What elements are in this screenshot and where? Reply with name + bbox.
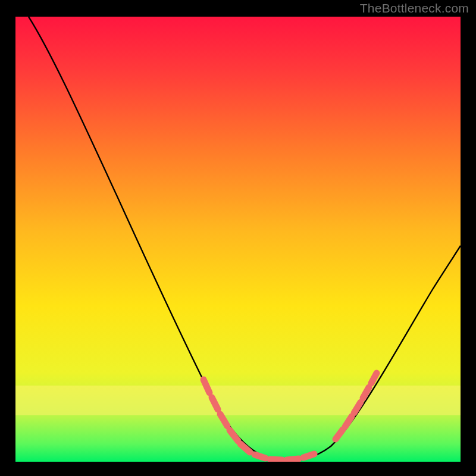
chart-svg: [15, 17, 461, 462]
marker-flat-4: [303, 454, 314, 458]
yellow-band: [15, 386, 461, 415]
plot-area: [15, 17, 461, 462]
marker-flat-1: [255, 455, 265, 458]
marker-flat-2: [270, 459, 282, 460]
marker-flat-3: [287, 459, 299, 460]
svg-rect-0: [15, 386, 461, 415]
chart-frame: TheBottleneck.com: [0, 0, 476, 476]
watermark-text: TheBottleneck.com: [360, 1, 469, 15]
